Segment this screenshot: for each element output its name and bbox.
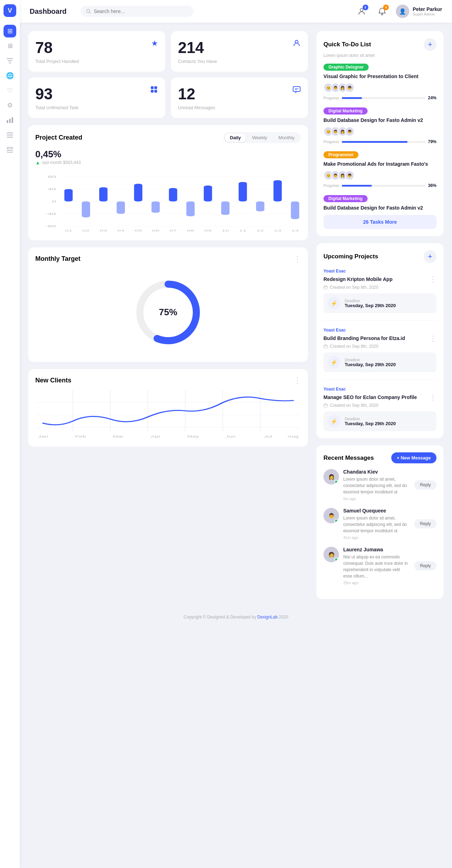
- stat-number-contacts: 214: [178, 39, 204, 57]
- message-item-0: 👩 Chandara Kiev Lorem ipsum dolor sit am…: [323, 469, 436, 501]
- deadline-icon-1: ⚡: [328, 356, 340, 369]
- svg-text:Aug: Aug: [287, 435, 298, 439]
- reply-button-0[interactable]: Reply: [414, 480, 436, 489]
- new-message-button[interactable]: + New Message: [391, 452, 436, 463]
- deadline-icon-2: ⚡: [328, 415, 340, 428]
- svg-text:11: 11: [239, 229, 246, 232]
- tab-weekly[interactable]: Weekly: [247, 134, 272, 142]
- svg-rect-17: [151, 90, 154, 93]
- svg-text:06: 06: [152, 229, 159, 232]
- donut-svg: 75%: [133, 277, 203, 348]
- svg-text:13: 13: [274, 229, 281, 232]
- svg-rect-35: [117, 201, 125, 214]
- avatar: 👤: [396, 5, 409, 18]
- sidebar-item-layers[interactable]: [4, 143, 16, 156]
- svg-rect-84: [324, 345, 327, 348]
- todo-progress-val-0: 24%: [428, 95, 436, 100]
- svg-rect-2: [9, 63, 11, 63]
- svg-rect-39: [186, 201, 195, 216]
- tab-monthly[interactable]: Monthly: [273, 134, 299, 142]
- reply-button-2[interactable]: Reply: [414, 561, 436, 570]
- message-body-0: Chandara Kiev Lorem ipsum dolor sit amet…: [343, 469, 410, 501]
- tab-daily[interactable]: Daily: [225, 134, 246, 142]
- bar-chart: 80 40 0 -40 -80: [35, 170, 301, 233]
- trend-up-icon: ▲: [35, 160, 40, 165]
- header-right: 5 4 👤 Peter Parkur Super Admin: [355, 5, 442, 18]
- left-column: 78 ★ Total Project Handled 214 Contacts …: [28, 31, 308, 599]
- svg-text:09: 09: [204, 229, 212, 232]
- message-time-0: 5m ago: [343, 497, 410, 501]
- svg-rect-8: [7, 137, 13, 137]
- sidebar-item-globe[interactable]: 🌐: [4, 69, 16, 82]
- message-item-2: 🧑 Laurenz Jumawa Nisi ut aliquip ex ea c…: [323, 547, 436, 585]
- todo-name-0: Visual Graphic for Presentation to Clien…: [323, 74, 436, 79]
- footer-link[interactable]: DexignLab: [257, 615, 278, 620]
- todo-progress-bar-wrap-0: [342, 97, 425, 99]
- project-created-0: Created on Sep 8th, 2020: [323, 285, 436, 290]
- search-bar[interactable]: [81, 6, 194, 17]
- todo-progress-bar-2: [342, 185, 372, 187]
- calendar-icon: [323, 285, 328, 289]
- svg-rect-42: [239, 182, 247, 201]
- app-logo: V: [4, 4, 16, 17]
- chart-percentage: 0,45%: [35, 149, 301, 160]
- svg-text:01: 01: [65, 229, 72, 232]
- stat-number-projects: 78: [35, 39, 53, 57]
- project-created-card: Project Created Daily Weekly Monthly 0,4…: [28, 125, 308, 240]
- project-name-2: Manage SEO for Eclan Company Profile: [323, 394, 417, 400]
- todo-tag-digital-2: Digital Marketing: [323, 195, 368, 202]
- stat-label-unfinished: Total Unfinished Task: [35, 105, 158, 110]
- svg-rect-45: [291, 201, 299, 219]
- message-avatar-2: 🧑: [323, 547, 339, 562]
- message-text-2: Nisi ut aliquip ex ea commodo consequat.…: [343, 554, 410, 579]
- todo-progress-label-1: Progress: [323, 140, 339, 144]
- svg-rect-34: [99, 187, 108, 201]
- sidebar-item-chart[interactable]: [4, 114, 16, 127]
- project-item-2: Yoast Esac Manage SEO for Eclan Company …: [323, 387, 436, 431]
- svg-rect-3: [7, 120, 8, 123]
- stat-label-contacts: Contacts You Have: [178, 59, 301, 64]
- calendar-icon-1: [323, 344, 328, 348]
- upcoming-projects-card: Upcoming Projects + Yoast Esac Redesign …: [316, 243, 444, 438]
- svg-text:03: 03: [100, 229, 107, 232]
- todo-progress-bar-0: [342, 97, 362, 99]
- online-indicator-1: [334, 519, 338, 523]
- sidebar-item-heart[interactable]: ♡: [4, 84, 16, 97]
- message-time-1: 41m ago: [343, 535, 410, 540]
- todo-item: Graphic Deisgner Visual Graphic for Pres…: [323, 64, 436, 100]
- svg-rect-15: [151, 86, 154, 89]
- more-tasks-button[interactable]: 26 Tasks More: [323, 215, 436, 229]
- sidebar-item-gear[interactable]: ⚙: [4, 99, 16, 112]
- message-avatar-1: 👨: [323, 508, 339, 523]
- svg-text:80: 80: [48, 175, 56, 178]
- new-clients-menu[interactable]: ⋮: [294, 376, 301, 385]
- tab-group: Daily Weekly Monthly: [224, 132, 301, 143]
- upcoming-add-button[interactable]: +: [424, 250, 436, 263]
- project-created-1: Created on Sep 8th, 2020: [323, 344, 436, 349]
- project-menu-0[interactable]: ⋮: [429, 275, 436, 283]
- message-item-1: 👨 Samuel Quequeee Lorem ipsum dolor sit …: [323, 508, 436, 540]
- project-menu-1[interactable]: ⋮: [429, 334, 436, 342]
- svg-rect-19: [293, 87, 300, 92]
- bell-icon-wrap[interactable]: 4: [375, 5, 389, 18]
- sidebar-item-monitor[interactable]: 🖥: [4, 40, 16, 52]
- messages-title: Recent Messages: [323, 454, 374, 462]
- svg-text:Jul: Jul: [264, 435, 272, 439]
- svg-rect-32: [64, 189, 73, 201]
- sidebar-item-list[interactable]: [4, 129, 16, 141]
- sidebar-item-filter[interactable]: [4, 54, 16, 67]
- monthly-target-menu[interactable]: ⋮: [294, 254, 301, 263]
- search-input[interactable]: [94, 8, 188, 14]
- reply-button-1[interactable]: Reply: [414, 519, 436, 528]
- sidebar-item-dashboard[interactable]: ⊞: [4, 25, 16, 37]
- svg-point-10: [87, 9, 90, 12]
- project-created-title: Project Created: [35, 134, 82, 141]
- svg-rect-40: [204, 186, 212, 201]
- deadline-icon-0: ⚡: [328, 297, 340, 310]
- notifications-icon-wrap[interactable]: 5: [355, 5, 368, 18]
- project-menu-2[interactable]: ⋮: [429, 393, 436, 401]
- todo-add-button[interactable]: +: [424, 38, 436, 51]
- todo-progress-bar-1: [342, 141, 408, 143]
- todo-item: Digital Marketing Build Database Design …: [323, 195, 436, 211]
- deadline-label-2: Deadline: [345, 417, 396, 421]
